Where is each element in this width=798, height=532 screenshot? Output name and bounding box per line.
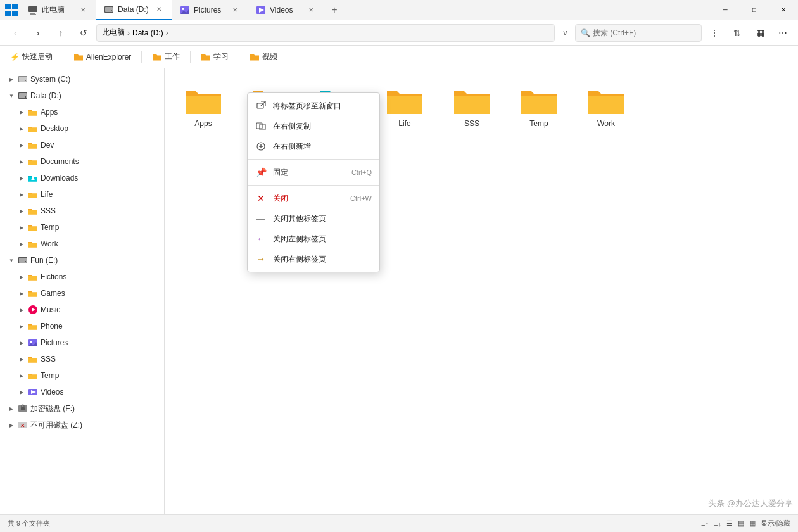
quick-item-work[interactable]: 工作 xyxy=(147,49,185,65)
folder-icon-sss xyxy=(28,206,38,216)
back-button[interactable]: ‹ xyxy=(5,23,25,43)
ctx-new-right[interactable]: 在右侧新增 xyxy=(248,136,379,156)
expand-arrow-data-d: ▼ xyxy=(8,93,15,99)
sidebar-item-documents[interactable]: ▶ Documents xyxy=(0,153,164,170)
tab-datad-close[interactable]: ✕ xyxy=(154,4,164,14)
address-bar[interactable]: 此电脑 › Data (D:) › xyxy=(96,24,555,42)
sort-desc-icon[interactable]: ≡↓ xyxy=(714,520,721,528)
sidebar-item-drive-f[interactable]: ▶ 加密磁盘 (F:) xyxy=(0,400,164,417)
tab-videos-close[interactable]: ✕ xyxy=(306,5,316,15)
sidebar-item-data-d[interactable]: ▼ Data (D:) xyxy=(0,87,164,104)
sidebar-item-temp[interactable]: ▶ Temp xyxy=(0,219,164,236)
sidebar-item-life[interactable]: ▶ Life xyxy=(0,186,164,203)
svg-text:✕: ✕ xyxy=(20,422,25,429)
tab-datad[interactable]: Data (D:) ✕ xyxy=(96,0,172,20)
sort-button[interactable]: ⇅ xyxy=(727,23,747,43)
tab-thispc[interactable]: 此电脑 ✕ xyxy=(20,0,96,20)
video-quick-label: 视频 xyxy=(262,51,277,62)
sidebar-item-pictures-fun[interactable]: ▶ Pictures xyxy=(0,334,164,351)
address-dropdown[interactable]: ∨ xyxy=(557,24,573,42)
ctx-move-to-new-window[interactable]: 将标签页移至新窗口 xyxy=(248,96,379,116)
tab-pictures[interactable]: Pictures ✕ xyxy=(172,0,248,20)
quick-item-video[interactable]: 视频 xyxy=(244,49,282,65)
search-input[interactable] xyxy=(593,28,681,37)
folder-icon-games xyxy=(28,288,38,298)
more-button[interactable]: ⋯ xyxy=(773,23,793,43)
sidebar-item-fictions[interactable]: ▶ Fictions xyxy=(0,269,164,285)
expand-arrow-drive-f: ▶ xyxy=(8,406,15,412)
sidebar-item-music[interactable]: ▶ Music xyxy=(0,301,164,318)
maximize-button[interactable]: □ xyxy=(740,0,769,20)
address-part-1: 此电脑 xyxy=(102,27,125,38)
expand-arrow-temp2: ▶ xyxy=(18,373,25,379)
sidebar-item-sss[interactable]: ▶ SSS xyxy=(0,203,164,219)
ctx-close-others[interactable]: — 关闭其他标签页 xyxy=(248,208,379,229)
ctx-close[interactable]: ✕ 关闭 Ctrl+W xyxy=(248,188,379,208)
folder-icon-music xyxy=(28,305,38,315)
expand-arrow-pictures-fun: ▶ xyxy=(18,340,25,346)
sidebar-item-downloads[interactable]: ▶ Downloads xyxy=(0,170,164,186)
ctx-dup-label: 在右侧复制 xyxy=(273,121,311,132)
sidebar-item-videos[interactable]: ▶ Videos xyxy=(0,384,164,400)
ctx-new-label: 在右侧新增 xyxy=(273,141,311,152)
sidebar-item-drive-z[interactable]: ▶ ✕ 不可用磁盘 (Z:) xyxy=(0,417,164,433)
sidebar-label-sss: SSS xyxy=(41,206,56,215)
sidebar-item-desktop[interactable]: ▶ Desktop xyxy=(0,120,164,137)
quick-item-allenexplorer[interactable]: AllenExplorer xyxy=(68,49,136,65)
sidebar-item-work[interactable]: ▶ Work xyxy=(0,236,164,252)
view-button[interactable]: ▦ xyxy=(750,23,770,43)
sort-asc-icon[interactable]: ≡↑ xyxy=(701,520,709,528)
ctx-close-right[interactable]: → 关闭右侧标签页 xyxy=(248,249,379,269)
sidebar-label-dev: Dev xyxy=(41,141,54,149)
quick-item-quickstart[interactable]: ⚡ 快速启动 xyxy=(5,49,58,65)
ctx-move-icon xyxy=(255,100,267,111)
view-tile-icon[interactable]: ▦ xyxy=(749,519,756,528)
expand-button[interactable]: ⋮ xyxy=(704,23,725,43)
sidebar-item-dev[interactable]: ▶ Dev xyxy=(0,137,164,153)
windows-icon xyxy=(5,4,18,16)
folder-item-work[interactable]: Work xyxy=(578,79,635,133)
sidebar-label-pictures-fun: Pictures xyxy=(41,338,68,347)
folder-item-sss[interactable]: SSS xyxy=(443,79,500,133)
folder-svg-apps xyxy=(184,84,222,117)
minimize-button[interactable]: ─ xyxy=(711,0,740,20)
sidebar-item-apps[interactable]: ▶ Apps xyxy=(0,104,164,120)
sidebar-item-games[interactable]: ▶ Games xyxy=(0,285,164,301)
up-button[interactable]: ↑ xyxy=(51,23,71,43)
sidebar-item-sss2[interactable]: ▶ SSS xyxy=(0,351,164,367)
sidebar-item-temp2[interactable]: ▶ Temp xyxy=(0,367,164,384)
sidebar-item-system-c[interactable]: ▶ System (C:) xyxy=(0,71,164,87)
tab-thispc-label: 此电脑 xyxy=(42,4,65,15)
quick-item-study[interactable]: 学习 xyxy=(196,49,234,65)
new-tab-button[interactable]: + xyxy=(324,0,345,20)
svg-rect-31 xyxy=(21,407,25,410)
tab-thispc-close[interactable]: ✕ xyxy=(78,5,88,15)
view-list-icon[interactable]: ☰ xyxy=(726,519,733,528)
sidebar-label-drive-z: 不可用磁盘 (Z:) xyxy=(30,420,82,431)
sidebar-item-fun-e[interactable]: ▼ Fun (E:) xyxy=(0,252,164,269)
windows-logo[interactable] xyxy=(0,4,20,16)
tab-pictures-close[interactable]: ✕ xyxy=(230,5,240,15)
sidebar-item-phone[interactable]: ▶ Phone xyxy=(0,318,164,334)
computer-icon xyxy=(28,5,38,15)
expand-arrow-games: ▶ xyxy=(18,291,25,296)
folder-svg-life xyxy=(386,84,424,117)
folder-icon-dev xyxy=(28,140,38,150)
ctx-duplicate-right[interactable]: 在右侧复制 xyxy=(248,116,379,136)
ctx-close-icon: ✕ xyxy=(255,193,267,204)
ctx-sep-2 xyxy=(248,185,379,186)
close-button[interactable]: ✕ xyxy=(769,0,798,20)
search-bar[interactable]: 🔍 xyxy=(575,24,702,42)
view-detail-icon[interactable]: ▤ xyxy=(738,519,744,528)
folder-item-temp[interactable]: Temp xyxy=(510,79,567,133)
folder-icon-work-quick xyxy=(152,52,162,62)
ctx-close-left[interactable]: ← 关闭左侧标签页 xyxy=(248,229,379,249)
folder-item-apps[interactable]: Apps xyxy=(175,79,232,133)
svg-rect-1 xyxy=(30,13,35,14)
folder-icon-work xyxy=(28,239,38,249)
refresh-button[interactable]: ↺ xyxy=(73,23,94,43)
ctx-pin[interactable]: 📌 固定 Ctrl+Q xyxy=(248,162,379,182)
folder-item-life[interactable]: Life xyxy=(376,79,433,133)
tab-videos[interactable]: Videos ✕ xyxy=(248,0,324,20)
forward-button[interactable]: › xyxy=(28,23,48,43)
